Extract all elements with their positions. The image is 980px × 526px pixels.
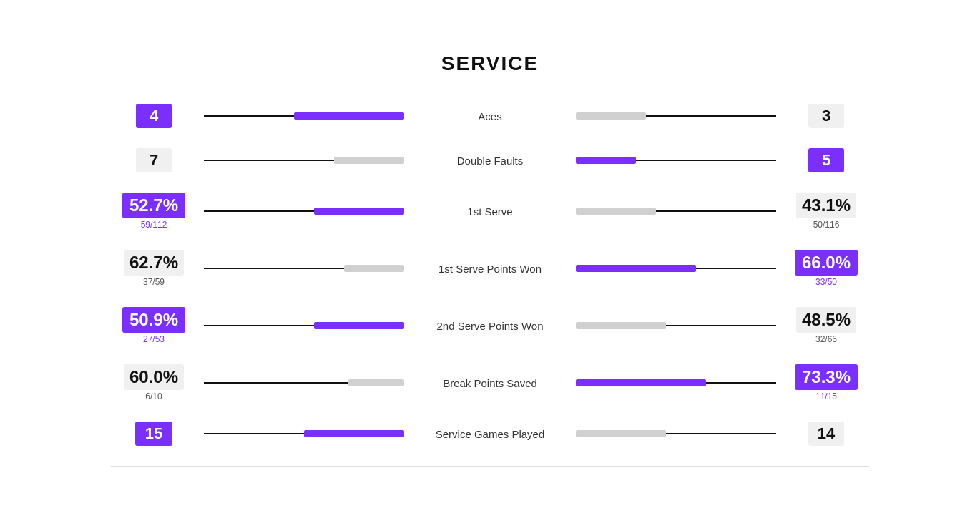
left-number-2: 52.7%	[122, 193, 185, 218]
right-number-1: 5	[808, 148, 844, 172]
left-number-3: 62.7%	[124, 250, 184, 276]
right-bar-fill-6	[576, 430, 666, 437]
left-bar-fill-4	[314, 322, 404, 329]
right-bar-fill-2	[576, 208, 656, 215]
left-fraction-5: 6/10	[145, 391, 162, 401]
left-bar-area-6	[197, 427, 411, 441]
left-bar-fill-5	[348, 379, 404, 386]
right-bar-fill-5	[576, 379, 706, 386]
stat-row: 4Aces3	[111, 104, 869, 128]
left-bar-area-0	[197, 109, 411, 123]
left-value-0: 4	[111, 104, 197, 128]
stat-label-4: 2nd Serve Points Won	[411, 320, 569, 332]
left-number-5: 60.0%	[124, 364, 184, 390]
right-number-5: 73.3%	[795, 364, 858, 390]
left-value-1: 7	[111, 148, 197, 172]
right-bar-fill-1	[576, 157, 636, 164]
right-value-5: 73.3%11/15	[783, 364, 869, 401]
stat-row: 15Service Games Played14	[111, 422, 869, 446]
right-number-0: 3	[808, 104, 844, 128]
stat-row: 52.7%59/1121st Serve43.1%50/116	[111, 193, 869, 230]
divider	[111, 466, 869, 467]
right-value-3: 66.0%33/50	[783, 250, 869, 287]
left-number-4: 50.9%	[122, 307, 185, 333]
left-fraction-4: 27/53	[143, 334, 165, 344]
right-value-1: 5	[783, 148, 869, 172]
right-bar-area-2	[569, 204, 783, 218]
right-value-2: 43.1%50/116	[783, 193, 869, 230]
left-bar-fill-1	[334, 157, 404, 164]
right-number-4: 48.5%	[796, 307, 856, 333]
right-number-6: 14	[808, 422, 844, 446]
right-bar-area-3	[569, 261, 783, 276]
stat-label-1: Double Faults	[411, 155, 569, 167]
right-number-2: 43.1%	[796, 193, 856, 218]
right-value-0: 3	[783, 104, 869, 128]
right-bar-fill-3	[576, 265, 696, 272]
left-bar-fill-0	[294, 112, 404, 120]
right-bar-area-6	[569, 427, 783, 441]
left-bar-area-4	[197, 318, 411, 333]
left-value-5: 60.0%6/10	[111, 364, 197, 401]
left-number-1: 7	[136, 148, 172, 172]
section-title: SERVICE	[111, 52, 869, 75]
right-bar-area-5	[569, 376, 783, 390]
left-bar-fill-3	[344, 265, 404, 272]
right-fraction-2: 50/116	[813, 220, 840, 230]
left-number-0: 4	[136, 104, 172, 128]
left-number-6: 15	[135, 422, 172, 446]
left-value-4: 50.9%27/53	[111, 307, 197, 344]
right-number-3: 66.0%	[795, 250, 858, 276]
right-fraction-5: 11/15	[815, 391, 837, 401]
right-bar-area-1	[569, 153, 783, 167]
right-bar-area-4	[569, 318, 783, 333]
stat-row: 62.7%37/591st Serve Points Won66.0%33/50	[111, 250, 869, 287]
right-fraction-4: 32/66	[815, 334, 837, 344]
left-fraction-3: 37/59	[143, 277, 165, 287]
stat-label-0: Aces	[411, 110, 569, 122]
stat-label-3: 1st Serve Points Won	[411, 263, 569, 275]
service-stats-container: SERVICE 4Aces37Double Faults552.7%59/112…	[97, 31, 883, 495]
left-bar-area-2	[197, 204, 411, 218]
left-bar-area-3	[197, 261, 411, 276]
left-bar-fill-2	[314, 208, 404, 215]
right-fraction-3: 33/50	[815, 277, 837, 287]
right-bar-area-0	[569, 109, 783, 123]
left-bar-fill-6	[304, 430, 404, 437]
left-bar-area-5	[197, 376, 411, 390]
left-value-2: 52.7%59/112	[111, 193, 197, 230]
stat-row: 7Double Faults5	[111, 148, 869, 172]
stat-row: 50.9%27/532nd Serve Points Won48.5%32/66	[111, 307, 869, 344]
right-bar-fill-4	[576, 322, 666, 329]
right-value-4: 48.5%32/66	[783, 307, 869, 344]
left-bar-area-1	[197, 153, 411, 167]
stat-label-5: Break Points Saved	[411, 377, 569, 389]
left-value-6: 15	[111, 422, 197, 446]
left-fraction-2: 59/112	[141, 220, 167, 230]
right-bar-fill-0	[576, 112, 646, 120]
left-value-3: 62.7%37/59	[111, 250, 197, 287]
stat-row: 60.0%6/10Break Points Saved73.3%11/15	[111, 364, 869, 401]
right-value-6: 14	[783, 422, 869, 446]
stat-label-6: Service Games Played	[411, 428, 569, 440]
stat-label-2: 1st Serve	[411, 205, 569, 218]
